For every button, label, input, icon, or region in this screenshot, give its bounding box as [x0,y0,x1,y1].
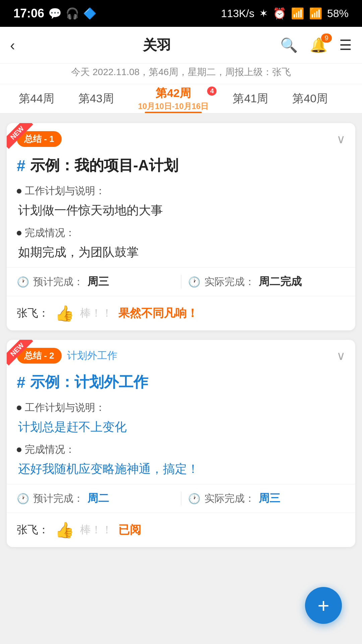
card2-comment-text: 已阅 [118,522,141,538]
message-icon: 💬 [48,7,62,20]
card2-chevron[interactable]: ∨ [337,349,345,363]
status-time: 17:06 [13,6,44,20]
card1-title: # 示例：我的项目-A计划 [7,150,355,179]
card2-title-text: 示例：计划外工作 [30,372,148,392]
card1-chevron[interactable]: ∨ [337,132,345,146]
card1-header: 总结 - 1 ∨ [7,123,355,150]
card2-comment-row: 张飞： 👍 棒！！ 已阅 [7,513,355,547]
card2-completion-section: 完成情况： 还好我随机应变略施神通，搞定！ [7,437,355,479]
card2-actual-time-value: 周三 [259,491,280,506]
battery: 58% [327,7,349,20]
tab-week43[interactable]: 第43周 [66,84,126,113]
activity-icon: 🔷 [83,7,97,20]
tab-week41[interactable]: 第41周 [221,84,280,113]
clock-filled-icon-2: 🕐 [188,493,200,504]
card2-plan-time-value: 周二 [87,491,109,506]
card1-plan-time-value: 周三 [87,274,109,289]
hash-icon-2: # [17,373,25,391]
tab-week42-sub: 10月10日-10月16日 [138,101,209,112]
card2-plan-content: 计划总是赶不上变化 [17,418,345,436]
card2-time-row: 🕐 预计完成： 周二 🕐 实际完成： 周三 [7,484,355,513]
card1-comment-text: 果然不同凡响！ [118,306,198,321]
thumbs-up-icon-1: 👍 [55,304,74,322]
signal-icon: 📶 [291,7,304,20]
dot-icon-2 [17,231,21,235]
tab-week42-label: 第42周 [156,86,191,101]
dot-icon-3 [17,406,21,410]
week-tabs: 第44周 第43周 第42周 4 10月10日-10月16日 第41周 第40周 [0,84,362,114]
dot-icon-4 [17,447,21,452]
card2-actual-time: 🕐 实际完成： 周三 [188,491,346,506]
card2-title: # 示例：计划外工作 [7,367,355,395]
bell-badge: 9 [321,34,332,43]
hash-icon-1: # [17,157,25,175]
card1-plan-section: 工作计划与说明： 计划做一件惊天动地的大事 [7,179,355,221]
card2-header: 总结 - 2 计划外工作 ∨ [7,340,355,367]
card1-completion-content: 如期完成，为团队鼓掌 [17,243,345,261]
menu-button[interactable]: ☰ [339,37,352,53]
clock-outline-icon: 🕐 [17,276,29,288]
summary-card-2: 总结 - 2 计划外工作 ∨ # 示例：计划外工作 工作计划与说明： 计划总是赶… [7,340,355,547]
new-ribbon-2 [7,340,34,367]
tab-week43-label: 第43周 [78,91,114,106]
clock-outline-icon-2: 🕐 [17,493,29,504]
card2-plan-label: 工作计划与说明： [17,401,345,415]
back-button[interactable]: ‹ [10,37,34,54]
card1-title-text: 示例：我的项目-A计划 [30,156,178,175]
top-nav: ‹ 关羽 🔍 🔔 9 ☰ [0,27,362,64]
tab-week40-label: 第40周 [292,91,328,106]
status-bar: 17:06 💬 🎧 🔷 113K/s ✶ ⏰ 📶 📶 58% [0,0,362,27]
card1-actual-time: 🕐 实际完成： 周二完成 [188,274,346,289]
add-button[interactable]: + [305,587,342,624]
search-button[interactable]: 🔍 [280,37,298,53]
card1-completion-label: 完成情况： [17,226,345,240]
alarm-icon: ⏰ [273,7,286,20]
card2-comment-placeholder: 棒！！ [80,523,112,537]
card2-plan-time: 🕐 预计完成： 周二 [17,491,174,506]
tab-week42-badge: 4 [207,87,217,96]
card1-comment-author: 张飞： [17,306,49,321]
card2-completion-label: 完成情况： [17,443,345,457]
new-ribbon-1 [7,123,34,150]
wifi-icon: 📶 [309,7,322,20]
card1-comment-row: 张飞： 👍 棒！！ 果然不同凡响！ [7,296,355,330]
tab-week40[interactable]: 第40周 [280,84,340,113]
date-bar: 今天 2022.11.08，第46周，星期二，周报上级：张飞 [0,64,362,84]
network-speed: 113K/s [221,7,254,20]
card1-comment-placeholder: 棒！！ [80,306,112,321]
card1-plan-label: 工作计划与说明： [17,184,345,198]
tab-week42[interactable]: 第42周 4 10月10日-10月16日 [126,84,221,113]
dot-icon [17,189,21,194]
bell-button[interactable]: 🔔 9 [310,37,327,53]
bluetooth-icon: ✶ [259,7,268,20]
plus-icon: + [317,594,329,617]
thumbs-up-icon-2: 👍 [55,521,74,539]
time-divider [181,275,181,288]
card1-time-row: 🕐 预计完成： 周三 🕐 实际完成： 周二完成 [7,267,355,296]
page-title: 关羽 [34,36,280,55]
card2-extra-label: 计划外工作 [67,349,117,363]
content-area: 总结 - 1 ∨ # 示例：我的项目-A计划 工作计划与说明： 计划做一件惊天动… [0,114,362,556]
nav-icons: 🔍 🔔 9 ☰ [280,37,352,53]
card2-completion-content: 还好我随机应变略施神通，搞定！ [17,460,345,478]
card1-plan-time: 🕐 预计完成： 周三 [17,274,174,289]
card1-completion-section: 完成情况： 如期完成，为团队鼓掌 [7,221,355,263]
card2-comment-author: 张飞： [17,523,49,537]
card1-plan-content: 计划做一件惊天动地的大事 [17,201,345,219]
headset-icon: 🎧 [66,7,79,20]
tab-week44[interactable]: 第44周 [7,84,66,113]
date-text: 今天 2022.11.08，第46周，星期二，周报上级：张飞 [71,67,291,77]
card2-plan-section: 工作计划与说明： 计划总是赶不上变化 [7,395,355,437]
tab-week41-label: 第41周 [233,91,268,106]
clock-filled-icon: 🕐 [188,276,200,288]
tab-week44-label: 第44周 [19,91,54,106]
summary-card-1: 总结 - 1 ∨ # 示例：我的项目-A计划 工作计划与说明： 计划做一件惊天动… [7,123,355,330]
time-divider-2 [181,492,181,505]
card1-actual-time-value: 周二完成 [259,274,302,289]
